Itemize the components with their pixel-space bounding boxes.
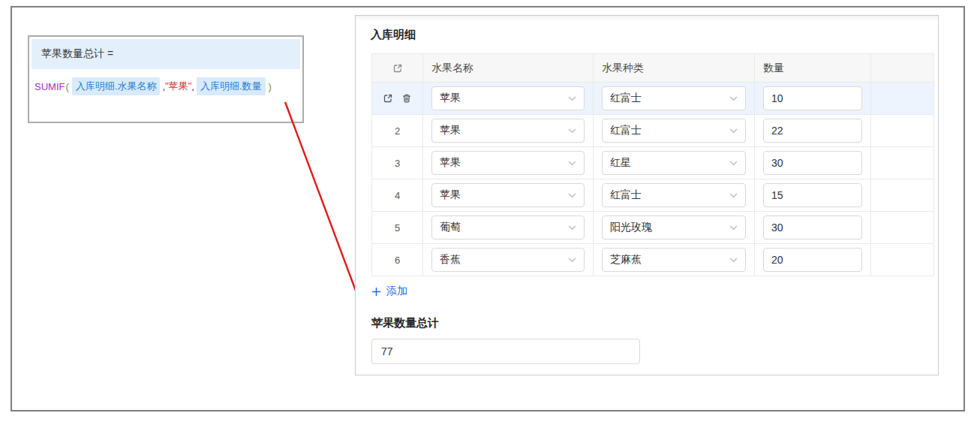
fruit-name-value: 香蕉 <box>440 253 461 267</box>
row-index-cell: 5 <box>372 212 423 244</box>
fruit-name-select[interactable]: 苹果 <box>431 86 585 110</box>
fruit-type-value: 芝麻蕉 <box>610 253 642 267</box>
subform-header-row: 水果名称 水果种类 数量 <box>372 54 934 83</box>
quantity-cell: 20 <box>755 244 871 276</box>
row-empty-cell <box>871 147 934 179</box>
row-index-cell: 6 <box>372 244 423 276</box>
formula-field-chip-fruit-name[interactable]: 入库明细.水果名称 <box>72 77 161 95</box>
row-empty-cell <box>871 244 934 276</box>
fruit-type-value: 红富士 <box>610 92 642 105</box>
quantity-input[interactable]: 22 <box>763 119 862 143</box>
fruit-type-select[interactable]: 红富士 <box>602 86 746 110</box>
fruit-name-select[interactable]: 香蕉 <box>431 248 585 272</box>
row-empty-cell <box>871 83 934 115</box>
fruit-type-value: 红星 <box>610 156 631 170</box>
header-expand-cell <box>372 54 423 83</box>
chevron-down-icon <box>729 225 738 231</box>
quantity-value: 22 <box>771 125 783 137</box>
fruit-name-cell: 苹果 <box>423 147 594 179</box>
quantity-cell: 22 <box>755 115 871 147</box>
row-index-cell: 1 <box>372 83 423 115</box>
subform-row: 2 <box>372 115 934 147</box>
quantity-input[interactable]: 30 <box>763 216 862 240</box>
row-index: 5 <box>395 222 400 234</box>
fruit-type-select[interactable]: 红富士 <box>602 183 746 207</box>
quantity-value: 20 <box>771 254 783 266</box>
quantity-value: 30 <box>771 222 783 234</box>
row-index: 6 <box>395 255 400 266</box>
formula-function-name: SUMIF <box>35 81 65 92</box>
fruit-type-select[interactable]: 红富士 <box>602 119 746 143</box>
row-index: 4 <box>395 190 400 201</box>
fruit-type-cell: 阳光玫瑰 <box>594 212 755 244</box>
formula-open-paren: ( <box>65 81 68 92</box>
fruit-type-value: 红富士 <box>610 124 642 137</box>
quantity-input[interactable]: 20 <box>763 248 862 272</box>
fruit-name-value: 苹果 <box>440 156 461 170</box>
chevron-down-icon <box>568 225 576 231</box>
subform-row: 5 <box>372 212 934 244</box>
chevron-down-icon <box>568 161 576 166</box>
quantity-input[interactable]: 30 <box>763 151 862 175</box>
chevron-down-icon <box>729 258 738 263</box>
chevron-down-icon <box>729 128 738 134</box>
formula-string-argument: "苹果" <box>165 80 191 93</box>
screenshot-stage: 苹果数量总计 = SUMIF( 入库明细.水果名称,"苹果", 入库明细.数量 … <box>0 0 980 425</box>
fruit-name-cell: 葡萄 <box>423 212 594 244</box>
fruit-type-select[interactable]: 红星 <box>602 151 746 175</box>
formula-target-header: 苹果数量总计 = <box>32 39 300 69</box>
fruit-name-value: 苹果 <box>440 188 461 202</box>
fruit-type-select[interactable]: 阳光玫瑰 <box>602 216 746 240</box>
quantity-value: 15 <box>771 189 783 201</box>
fruit-type-cell: 红富士 <box>594 179 755 212</box>
fruit-type-cell: 红富士 <box>594 115 755 147</box>
subform-body: 1 <box>372 83 934 276</box>
subform-row: 6 <box>372 244 934 276</box>
fruit-name-cell: 香蕉 <box>423 244 594 276</box>
fruit-name-select[interactable]: 苹果 <box>431 151 585 175</box>
fruit-name-select[interactable]: 葡萄 <box>431 216 585 240</box>
chevron-down-icon <box>729 161 738 166</box>
fruit-name-select[interactable]: 苹果 <box>431 119 585 143</box>
plus-icon <box>371 287 381 297</box>
row-empty-cell <box>871 212 934 244</box>
chevron-down-icon <box>568 193 576 198</box>
quantity-value: 30 <box>771 157 783 169</box>
fruit-name-value: 苹果 <box>440 92 461 105</box>
quantity-input[interactable]: 15 <box>763 183 862 207</box>
row-index-cell: 4 <box>372 179 423 212</box>
subform-row: 4 <box>372 179 934 212</box>
fruit-name-value: 苹果 <box>440 124 461 137</box>
formula-expression[interactable]: SUMIF( 入库明细.水果名称,"苹果", 入库明细.数量 ) <box>29 69 302 104</box>
chevron-down-icon <box>568 128 576 134</box>
form-panel: 入库明细 水果名称 水果种类 数量 <box>355 15 939 375</box>
fruit-name-cell: 苹果 <box>423 115 594 147</box>
formula-editor-popup: 苹果数量总计 = SUMIF( 入库明细.水果名称,"苹果", 入库明细.数量 … <box>28 35 304 123</box>
header-empty-cell <box>871 54 934 83</box>
fruit-name-select[interactable]: 苹果 <box>431 183 585 207</box>
formula-field-chip-quantity[interactable]: 入库明细.数量 <box>197 77 266 95</box>
header-quantity: 数量 <box>755 54 871 83</box>
quantity-input[interactable]: 10 <box>763 86 862 110</box>
fruit-name-cell: 苹果 <box>423 179 594 212</box>
quantity-cell: 10 <box>755 83 871 115</box>
fruit-type-value: 红富士 <box>610 188 642 202</box>
expand-icon[interactable] <box>392 63 403 74</box>
fruit-type-cell: 红星 <box>594 147 755 179</box>
chevron-down-icon <box>568 96 576 101</box>
add-row-button[interactable]: 添加 <box>371 285 407 298</box>
header-fruit-type: 水果种类 <box>594 54 755 83</box>
formula-comma: , <box>191 81 194 92</box>
subform-table: 水果名称 水果种类 数量 1 <box>371 53 934 276</box>
row-index: 2 <box>395 125 400 137</box>
delete-row-icon[interactable] <box>401 93 412 104</box>
expand-row-icon[interactable] <box>383 93 393 104</box>
fruit-type-select[interactable]: 芝麻蕉 <box>602 248 746 272</box>
fruit-type-cell: 红富士 <box>594 83 755 115</box>
subform-row: 3 <box>372 147 934 179</box>
chevron-down-icon <box>729 193 738 198</box>
chevron-down-icon <box>568 258 576 263</box>
subform-title: 入库明细 <box>371 28 416 42</box>
total-field-value: 77 <box>381 345 393 357</box>
total-field-input[interactable]: 77 <box>371 339 640 364</box>
